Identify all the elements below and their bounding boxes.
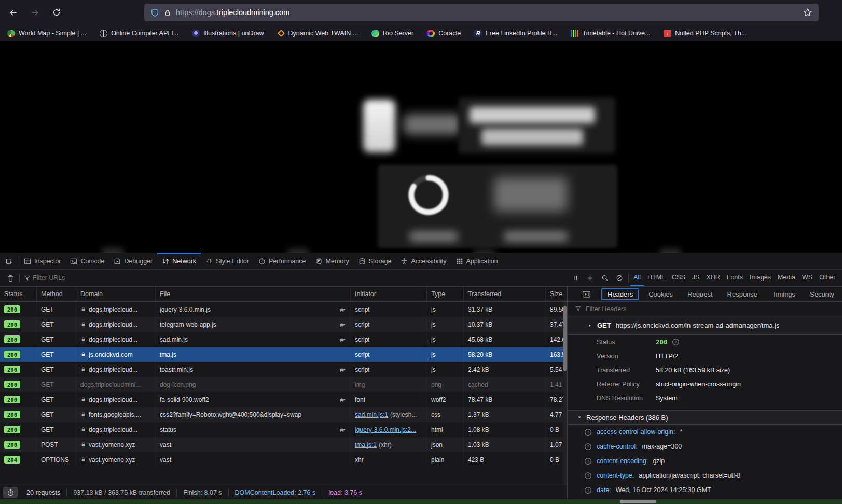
tab-accessibility[interactable]: Accessibility [396, 253, 451, 269]
forward-button[interactable] [26, 4, 44, 21]
request-row[interactable]: 200GETdogs.triplecloud...statusjquery-3.… [0, 422, 567, 437]
bookmark-item[interactable]: Coracle [427, 30, 461, 37]
bookmark-item[interactable]: Dynamic Web TWAIN ... [278, 30, 358, 37]
tab-inspector[interactable]: Inspector [19, 253, 65, 269]
bookmark-item[interactable]: World Map - Simple | ... [7, 30, 86, 37]
clear-requests-button[interactable] [3, 270, 18, 286]
method-cell: GET [37, 392, 76, 407]
bookmark-item[interactable]: Timetable - Hof Unive... [571, 30, 650, 37]
details-tab-request[interactable]: Request [680, 290, 720, 298]
request-row[interactable]: 204OPTIONSvast.yomeno.xyzvastxhrplain423… [0, 452, 567, 467]
tab-performance[interactable]: Performance [254, 253, 311, 269]
details-tab-headers[interactable]: Headers [601, 288, 639, 300]
type-cell: html [427, 422, 464, 437]
domain-text: dogs.triplecloud... [89, 321, 137, 328]
bookmark-star-icon[interactable] [803, 8, 812, 17]
request-row[interactable]: 200GETdogs.triplecloud...toastr.min.jssc… [0, 362, 567, 377]
tab-application[interactable]: Application [451, 253, 503, 269]
initiator-link[interactable]: sad.min.js:1 [355, 411, 388, 418]
column-header-file[interactable]: File [156, 287, 351, 301]
tab-debugger[interactable]: Debugger [109, 253, 157, 269]
column-header-type[interactable]: Type [427, 287, 464, 301]
response-header-row: ?content-type:application/javascript; ch… [568, 468, 842, 483]
detail-label: Version [597, 353, 656, 360]
filter-all[interactable]: All [630, 270, 644, 286]
header-help-icon[interactable]: ? [584, 472, 592, 480]
header-help-icon[interactable]: ? [584, 486, 592, 494]
details-tab-timings[interactable]: Timings [765, 290, 803, 298]
back-button[interactable] [4, 4, 22, 21]
collapse-caret-icon[interactable] [577, 415, 582, 420]
expand-caret-icon[interactable] [587, 323, 592, 328]
domain-cell: dogs.triplecloudmini... [76, 377, 156, 392]
request-row[interactable]: 200GETfonts.googleapis....css2?family=Ro… [0, 407, 567, 422]
bookmark-item[interactable]: Rio Server [371, 30, 413, 37]
block-requests-button[interactable] [612, 270, 627, 286]
type-cell: js [427, 362, 464, 377]
filter-fonts[interactable]: Fonts [723, 270, 746, 286]
request-row[interactable]: 200GETdogs.triplecloudmini...dog-icon.pn… [0, 377, 567, 392]
request-summary-row[interactable]: GET https://js.onclckvd.com/in-stream-ad… [568, 316, 842, 335]
details-tab-response[interactable]: Response [720, 290, 765, 298]
header-help-icon[interactable]: ? [584, 428, 592, 436]
filter-ws[interactable]: WS [799, 270, 816, 286]
request-row[interactable]: 200GETdogs.triplecloud...jquery-3.6.0.mi… [0, 302, 567, 317]
reload-button[interactable] [48, 4, 65, 21]
response-header-row: ?cache-control:max-age=300 [568, 439, 842, 454]
filter-xhr[interactable]: XHR [703, 270, 723, 286]
initiator-link[interactable]: jquery-3.6.0.min.js:2... [355, 426, 416, 433]
response-headers-section[interactable]: Response Headers (386 B) [568, 410, 842, 425]
details-tab-cookies[interactable]: Cookies [641, 290, 680, 298]
file-cell: telegram-web-app.js [156, 317, 351, 332]
filter-images[interactable]: Images [747, 270, 775, 286]
url-bar[interactable]: https://dogs.triplecloudmining.com [144, 4, 819, 21]
filter-js[interactable]: JS [688, 270, 703, 286]
filter-media[interactable]: Media [775, 270, 799, 286]
tab-memory[interactable]: Memory [311, 253, 354, 269]
request-row[interactable]: 200GETdogs.triplecloud...sad.min.jsscrip… [0, 332, 567, 347]
pick-element-button[interactable] [0, 253, 19, 269]
scrollbar-thumb[interactable] [563, 306, 567, 371]
tab-style-editor[interactable]: {}Style Editor [201, 253, 254, 269]
request-row[interactable]: 200GETjs.onclckvd.comtma.jsscriptjs58.20… [0, 347, 567, 362]
filter-other[interactable]: Other [816, 270, 839, 286]
details-pane-icon[interactable] [582, 290, 591, 299]
request-row[interactable]: 200POSTvast.yomeno.xyzvasttma.js:1(xhr)j… [0, 437, 567, 452]
bookmark-item[interactable]: ↓Nulled PHP Scripts, Th... [664, 30, 747, 37]
throttling-stopwatch-icon[interactable] [3, 487, 18, 498]
details-tab-security[interactable]: Security [803, 290, 841, 298]
request-row[interactable]: 200GETdogs.triplecloud...telegram-web-ap… [0, 317, 567, 332]
column-header-domain[interactable]: Domain [76, 287, 156, 301]
horizontal-scrollbar-thumb[interactable] [620, 500, 656, 503]
bookmark-item[interactable]: Online Compiler API f... [100, 30, 178, 37]
filter-headers-input[interactable] [586, 305, 741, 313]
new-request-button[interactable] [583, 270, 598, 286]
column-header-status[interactable]: Status [0, 287, 37, 301]
initiator-link[interactable]: tma.js:1 [355, 441, 377, 449]
pause-traffic-button[interactable] [569, 270, 583, 286]
search-button[interactable] [598, 270, 612, 286]
header-help-icon[interactable]: ? [584, 457, 592, 465]
tab-network[interactable]: Network [157, 253, 201, 269]
column-header-initiator[interactable]: Initiator [351, 287, 427, 301]
file-cell: tma.js [156, 347, 351, 362]
tab-storage[interactable]: Storage [354, 253, 396, 269]
column-header-transferred[interactable]: Transferred [464, 287, 546, 301]
file-name: css2?family=Roboto:wght@400;500&display=… [160, 411, 301, 418]
filter-css[interactable]: CSS [669, 270, 689, 286]
column-header-method[interactable]: Method [37, 287, 76, 301]
initiator-cell: img [351, 377, 427, 392]
column-header-size[interactable]: Size [546, 287, 567, 301]
header-help-icon[interactable]: ? [584, 443, 592, 451]
method-cell: OPTIONS [37, 452, 76, 467]
filter-html[interactable]: HTML [644, 270, 669, 286]
help-icon[interactable]: ? [672, 338, 680, 346]
request-row[interactable]: 200GETdogs.triplecloud...fa-solid-900.wo… [0, 392, 567, 407]
tab-console[interactable]: Console [65, 253, 109, 269]
bookmark-item[interactable]: RFree LinkedIn Profile R... [474, 30, 557, 37]
connection-lock-icon[interactable] [164, 9, 171, 17]
tracking-protection-shield-icon[interactable] [150, 8, 159, 17]
status-badge: 200 [4, 366, 20, 373]
filter-urls-input[interactable] [33, 270, 188, 286]
bookmark-item[interactable]: Illustrations | unDraw [192, 30, 264, 37]
